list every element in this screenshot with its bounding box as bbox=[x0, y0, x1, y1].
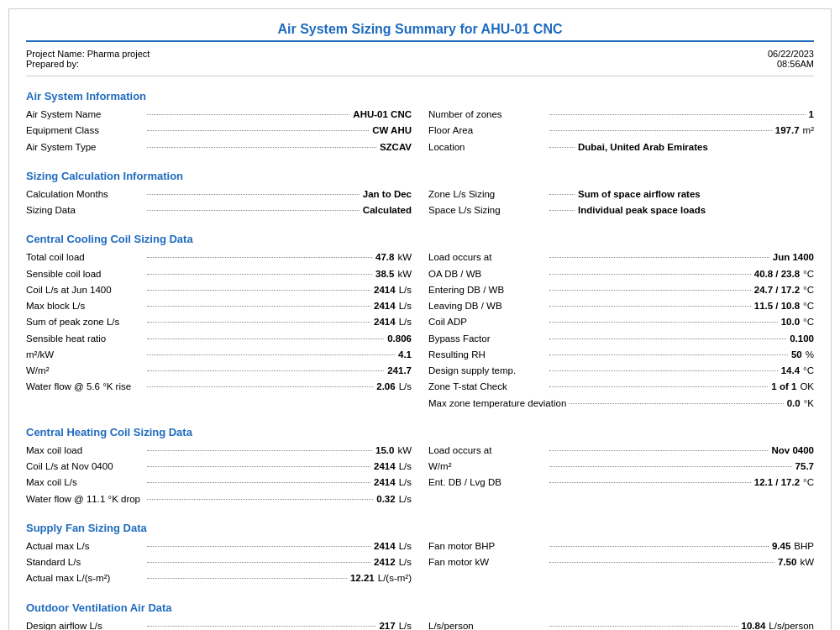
prepared-by: Prepared by: bbox=[26, 59, 150, 69]
data-row: Actual max L/(s-m²) 12.21 L/(s-m²) bbox=[26, 571, 412, 585]
outdoor-ventilation-right: L/s/person 10.84 L/s/person bbox=[428, 619, 814, 631]
cooling-coil-title: Central Cooling Coil Sizing Data bbox=[26, 233, 814, 245]
data-row: Leaving DB / WB 11.5 / 10.8 °C bbox=[428, 299, 814, 313]
supply-fan-left: Actual max L/s 2414 L/s Standard L/s 241… bbox=[26, 539, 412, 588]
data-row: Air System Type SZCAV bbox=[26, 140, 412, 155]
data-row: Calculation Months Jan to Dec bbox=[26, 187, 412, 202]
data-row: Fan motor kW 7.50 kW bbox=[428, 555, 814, 570]
sizing-calc-left: Calculation Months Jan to Dec Sizing Dat… bbox=[26, 187, 412, 220]
data-row: Design airflow L/s 217 L/s bbox=[26, 619, 412, 631]
data-row: Equipment Class CW AHU bbox=[26, 123, 412, 138]
heating-coil-left: Max coil load 15.0 kW Coil L/s at Nov 04… bbox=[26, 444, 412, 508]
data-row: Max coil L/s 2414 L/s bbox=[26, 475, 412, 490]
data-row: Fan motor BHP 9.45 BHP bbox=[428, 539, 814, 554]
data-row: Air System Name AHU-01 CNC bbox=[26, 108, 412, 122]
air-system-title: Air System Information bbox=[26, 90, 814, 102]
data-row: Sensible coil load 38.5 kW bbox=[26, 267, 412, 281]
data-row: Standard L/s 2412 L/s bbox=[26, 555, 412, 570]
data-row: Actual max L/s 2414 L/s bbox=[26, 539, 412, 554]
data-row: Ent. DB / Lvg DB 12.1 / 17.2 °C bbox=[428, 475, 814, 490]
cooling-coil-left: Total coil load 47.8 kW Sensible coil lo… bbox=[26, 250, 412, 412]
data-row: Coil L/s at Nov 0400 2414 L/s bbox=[26, 459, 412, 474]
heating-coil-section: Max coil load 15.0 kW Coil L/s at Nov 04… bbox=[26, 444, 814, 508]
time: 08:56AM bbox=[768, 59, 814, 69]
air-system-section: Air System Name AHU-01 CNC Equipment Cla… bbox=[26, 108, 814, 156]
outdoor-ventilation-section: Design airflow L/s 217 L/s L/(s-m²) 1.10… bbox=[26, 619, 814, 631]
page-title: Air System Sizing Summary for AHU-01 CNC bbox=[26, 22, 814, 42]
supply-fan-title: Supply Fan Sizing Data bbox=[26, 522, 814, 534]
project-name: Project Name: Pharma project bbox=[26, 49, 150, 59]
data-row: Sizing Data Calculated bbox=[26, 203, 412, 218]
outdoor-ventilation-left: Design airflow L/s 217 L/s L/(s-m²) 1.10… bbox=[26, 619, 412, 631]
cooling-coil-section: Total coil load 47.8 kW Sensible coil lo… bbox=[26, 250, 814, 412]
outdoor-ventilation-title: Outdoor Ventilation Air Data bbox=[26, 601, 814, 614]
data-row: Resulting RH 50 % bbox=[428, 348, 814, 362]
data-row: Space L/s Sizing Individual peak space l… bbox=[428, 203, 814, 218]
data-row: Number of zones 1 bbox=[428, 108, 814, 122]
data-row: Entering DB / WB 24.7 / 17.2 °C bbox=[428, 283, 814, 297]
data-row: Sum of peak zone L/s 2414 L/s bbox=[26, 315, 412, 329]
sizing-calc-right: Zone L/s Sizing Sum of space airflow rat… bbox=[428, 187, 814, 220]
data-row: Zone L/s Sizing Sum of space airflow rat… bbox=[428, 187, 814, 202]
header-row: Project Name: Pharma project Prepared by… bbox=[26, 49, 814, 69]
data-row: W/m² 241.7 bbox=[26, 364, 412, 378]
date: 06/22/2023 bbox=[768, 49, 814, 59]
data-row: Max coil load 15.0 kW bbox=[26, 444, 412, 458]
data-row: Load occurs at Jun 1400 bbox=[428, 250, 814, 265]
supply-fan-section: Actual max L/s 2414 L/s Standard L/s 241… bbox=[26, 539, 814, 588]
data-row: Max block L/s 2414 L/s bbox=[26, 299, 412, 313]
data-row: L/s/person 10.84 L/s/person bbox=[428, 619, 814, 631]
data-row: Water flow @ 11.1 °K drop 0.32 L/s bbox=[26, 492, 412, 507]
air-system-right: Number of zones 1 Floor Area 197.7 m² Lo… bbox=[428, 108, 814, 156]
air-system-left: Air System Name AHU-01 CNC Equipment Cla… bbox=[26, 108, 412, 156]
data-row: OA DB / WB 40.8 / 23.8 °C bbox=[428, 267, 814, 281]
data-row: Floor Area 197.7 m² bbox=[428, 123, 814, 138]
data-row: Total coil load 47.8 kW bbox=[26, 250, 412, 265]
page-container: Air System Sizing Summary for AHU-01 CNC… bbox=[8, 8, 832, 630]
data-row: Load occurs at Nov 0400 bbox=[428, 444, 814, 458]
data-row: W/m² 75.7 bbox=[428, 459, 814, 474]
data-row: Bypass Factor 0.100 bbox=[428, 332, 814, 346]
heating-coil-title: Central Heating Coil Sizing Data bbox=[26, 426, 814, 438]
data-row: Location Dubai, United Arab Emirates bbox=[428, 140, 814, 155]
data-row: Sensible heat ratio 0.806 bbox=[26, 332, 412, 346]
data-row: Water flow @ 5.6 °K rise 2.06 L/s bbox=[26, 380, 412, 394]
supply-fan-right: Fan motor BHP 9.45 BHP Fan motor kW 7.50… bbox=[428, 539, 814, 588]
data-row: Max zone temperature deviation 0.0 °K bbox=[428, 396, 814, 411]
data-row: Zone T-stat Check 1 of 1 OK bbox=[428, 380, 814, 394]
data-row: Coil L/s at Jun 1400 2414 L/s bbox=[26, 283, 412, 297]
data-row: Coil ADP 10.0 °C bbox=[428, 315, 814, 329]
data-row: m²/kW 4.1 bbox=[26, 348, 412, 362]
sizing-calc-title: Sizing Calculation Information bbox=[26, 170, 814, 182]
sizing-calc-section: Calculation Months Jan to Dec Sizing Dat… bbox=[26, 187, 814, 220]
header-right: 06/22/2023 08:56AM bbox=[768, 49, 814, 69]
data-row: Design supply temp. 14.4 °C bbox=[428, 364, 814, 378]
header-left: Project Name: Pharma project Prepared by… bbox=[26, 49, 150, 69]
heating-coil-right: Load occurs at Nov 0400 W/m² 75.7 Ent. D… bbox=[428, 444, 814, 508]
cooling-coil-right: Load occurs at Jun 1400 OA DB / WB 40.8 … bbox=[428, 250, 814, 412]
